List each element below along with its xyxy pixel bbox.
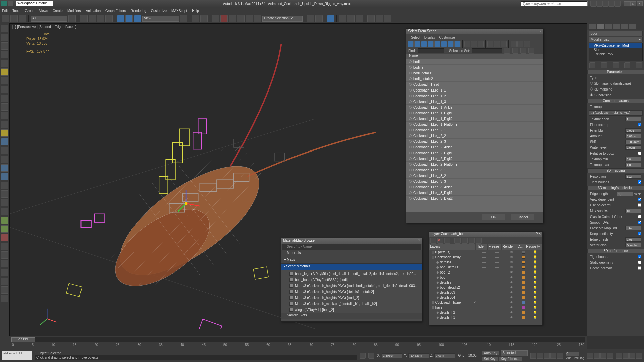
scene-list-item[interactable]: Cockroach_LLeg_3_Digit2	[406, 196, 543, 201]
modifier-list-dropdown[interactable]: Modifier List▾	[589, 37, 643, 42]
layer-row[interactable]: ⊞ Cockroach_body——👁💡	[429, 255, 542, 260]
dialog-titlebar[interactable]: Material/Map Browser×	[281, 238, 422, 244]
layer-row[interactable]: ⊞ hairs——👁💡	[429, 305, 542, 310]
material-editor-button[interactable]	[356, 15, 363, 22]
scene-list-item[interactable]: Cockroach_LLeg_1_Platform	[406, 122, 543, 127]
snap-button[interactable]	[212, 15, 219, 22]
list-header-name[interactable]: Name	[406, 54, 543, 59]
next-frame-icon[interactable]	[550, 353, 556, 359]
view-icon[interactable]	[501, 41, 507, 47]
freeze-icon[interactable]	[476, 238, 482, 244]
param-checkbox[interactable]	[638, 203, 641, 207]
view-icon[interactable]	[487, 41, 493, 47]
filter-icon[interactable]	[434, 41, 440, 47]
layer-row[interactable]: ⊞ 0 (default)——👁💡	[429, 250, 542, 255]
workspace-dropdown[interactable]: Workspace: Default	[16, 1, 53, 6]
param-checkbox[interactable]	[638, 266, 641, 270]
layer-col-header[interactable]: Render	[502, 244, 517, 250]
param-spinner[interactable]	[625, 163, 641, 167]
schematic-button[interactable]	[347, 15, 355, 22]
left-tool-icon[interactable]	[1, 199, 8, 206]
select-name-button[interactable]	[89, 15, 96, 22]
render-setup-button[interactable]	[367, 15, 375, 22]
param-spinner[interactable]	[625, 117, 641, 121]
modifier-item[interactable]: Skin	[589, 48, 642, 52]
pivot-button[interactable]	[180, 15, 187, 22]
keyboard-button[interactable]	[200, 15, 208, 22]
scene-list-item[interactable]: bodi	[406, 59, 543, 65]
left-tool-icon[interactable]	[1, 51, 8, 58]
left-tool-icon[interactable]	[1, 251, 8, 259]
left-tool-icon[interactable]	[1, 68, 8, 76]
current-frame-input[interactable]	[566, 352, 579, 356]
dialog-titlebar[interactable]: Layer: Cockroach_bone? ×	[429, 232, 542, 237]
scene-list-item[interactable]: Cockroach_LLeg_2_1	[406, 127, 543, 133]
setkey-button[interactable]: Set Key	[482, 357, 498, 361]
help-icon[interactable]: ?	[536, 232, 538, 236]
menu-views[interactable]: Views	[39, 9, 48, 13]
rollout-2d[interactable]: 2D mapping	[587, 168, 644, 173]
scene-list-item[interactable]: Cockroach_LLeg_1_1	[406, 87, 543, 93]
scene-tab[interactable]: Select	[411, 36, 420, 39]
left-tool-icon[interactable]	[1, 77, 8, 84]
param-spinner[interactable]	[617, 192, 633, 196]
left-tool-icon[interactable]	[1, 121, 8, 128]
param-checkbox[interactable]	[638, 152, 641, 155]
left-tool-icon[interactable]	[1, 112, 8, 119]
layer-row[interactable]: ◆ details003——👁💡	[429, 290, 542, 295]
rollout-common[interactable]: Common params	[587, 99, 644, 103]
timeline[interactable]: 0 / 130 05101520253035404550556065707580…	[9, 336, 587, 349]
material-item[interactable]: Map #3 (Cockroach_heights.PNG) [details1…	[281, 289, 422, 295]
nav-icon[interactable]	[623, 353, 629, 359]
show-result-icon[interactable]	[601, 62, 607, 68]
layer-col-header[interactable]	[469, 244, 476, 250]
move-button[interactable]	[117, 15, 124, 22]
select-region-button[interactable]	[97, 15, 104, 22]
scale-button[interactable]	[134, 15, 141, 22]
selset-icon[interactable]	[504, 48, 510, 54]
param-checkbox[interactable]	[638, 215, 641, 218]
render-frame-button[interactable]	[376, 15, 383, 22]
create-selection-input[interactable]: Create Selection Se	[262, 16, 303, 22]
select-button[interactable]	[80, 15, 88, 22]
menu-graph editors[interactable]: Graph Editors	[105, 9, 126, 13]
toolbar-icon[interactable]	[590, 1, 596, 7]
scene-list-item[interactable]: bodi_2	[406, 65, 543, 70]
nav-icon[interactable]	[594, 353, 600, 359]
left-tool-icon[interactable]	[1, 147, 8, 154]
param-spinner[interactable]	[625, 243, 641, 247]
texmap-button[interactable]: #3 (Cockroach_heights.PNG)	[589, 110, 643, 116]
layer-row[interactable]: ◆ bodi——👁💡	[429, 275, 542, 280]
toolbar-icon[interactable]	[602, 1, 608, 7]
rollout-parameters[interactable]: Parameters	[587, 70, 644, 74]
isolate-icon[interactable]	[368, 353, 374, 359]
scene-list-item[interactable]: Cockroach_LLeg_1_Digit1	[406, 110, 543, 116]
highlight-icon[interactable]	[462, 238, 468, 244]
rollout-perf[interactable]: 3D performance	[587, 249, 644, 253]
select-none-icon[interactable]	[471, 41, 477, 47]
left-tool-icon[interactable]	[1, 156, 8, 163]
filter-icon[interactable]	[421, 41, 427, 47]
material-category[interactable]: + Maps	[281, 257, 422, 264]
left-tool-icon[interactable]	[1, 243, 8, 250]
close-icon[interactable]: ×	[539, 29, 541, 34]
layer-col-header[interactable]: Hide	[476, 244, 488, 250]
menu-edit[interactable]: Edit	[2, 9, 8, 13]
selset-icon[interactable]	[512, 48, 518, 54]
utilities-tab[interactable]	[629, 24, 636, 29]
param-checkbox[interactable]	[638, 232, 641, 235]
filter-icon[interactable]	[414, 41, 420, 47]
render-button[interactable]	[384, 15, 391, 22]
dialog-titlebar[interactable]: Select From Scene×	[406, 29, 543, 34]
quick-access-icon[interactable]	[8, 1, 13, 6]
y-input[interactable]	[408, 353, 429, 358]
scene-list-item[interactable]: Cockroach_LLeg_3_1	[406, 167, 543, 173]
scene-list-item[interactable]: Cockroach_LLeg_3_2	[406, 173, 543, 179]
selset-icon[interactable]	[528, 48, 534, 54]
left-tool-icon[interactable]	[1, 129, 8, 137]
hierarchy-tab[interactable]	[605, 24, 612, 29]
scene-list-item[interactable]: Cockroach_LLeg_2_Digit2	[406, 156, 543, 162]
ok-button[interactable]: OK	[482, 214, 505, 220]
scene-list-item[interactable]: Cockroach_LLeg_2_Digit1	[406, 150, 543, 156]
menu-modifiers[interactable]: Modifiers	[67, 9, 81, 13]
